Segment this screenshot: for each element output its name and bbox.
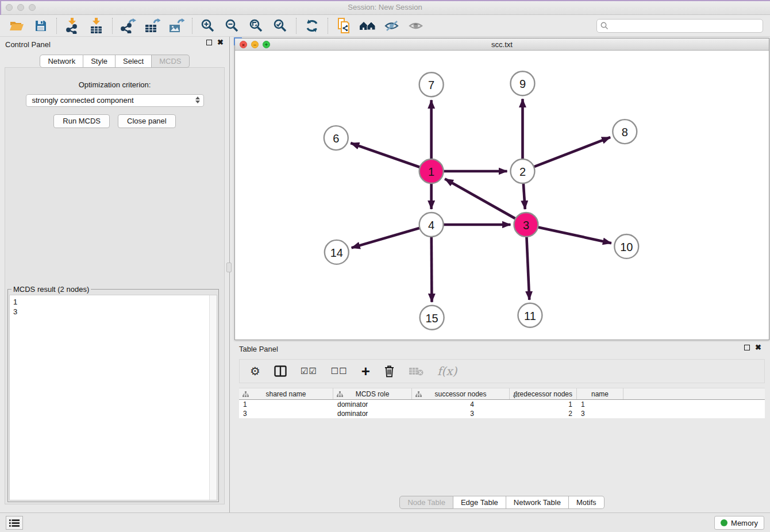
attribute-icon bbox=[337, 391, 343, 398]
close-table-panel-icon[interactable]: ✖ bbox=[755, 345, 761, 350]
zoom-fit-button[interactable] bbox=[244, 17, 268, 35]
application-window: Session: New Session bbox=[0, 0, 770, 532]
mcds-result-title: MCDS result (2 nodes) bbox=[11, 285, 91, 294]
optimization-criterion-label: Optimization criterion: bbox=[5, 80, 224, 89]
cell-predecessor-nodes[interactable]: 2 bbox=[510, 409, 577, 418]
graph-edge-2-3[interactable] bbox=[523, 182, 525, 209]
graph-edge-4-15[interactable] bbox=[432, 236, 432, 302]
export-table-icon bbox=[144, 18, 160, 33]
main-toolbar bbox=[0, 16, 770, 37]
list-icon bbox=[9, 519, 20, 527]
import-network-button[interactable] bbox=[60, 17, 84, 35]
refresh-button[interactable] bbox=[300, 17, 324, 35]
export-network-button[interactable] bbox=[116, 17, 140, 35]
tab-node-table[interactable]: Node Table bbox=[399, 496, 453, 509]
open-session-button[interactable] bbox=[5, 17, 29, 35]
cell-mcds-role[interactable]: dominator bbox=[333, 400, 412, 409]
table-panel-header: Table Panel ✖ bbox=[234, 342, 769, 357]
graph-node-label-1: 1 bbox=[428, 165, 434, 178]
tab-network[interactable]: Network bbox=[40, 55, 83, 68]
column-header-successor-nodes[interactable]: successor nodes bbox=[412, 388, 510, 399]
tab-motifs[interactable]: Motifs bbox=[569, 496, 605, 509]
clone-network-button[interactable] bbox=[332, 17, 356, 35]
cell-mcds-role[interactable]: dominator bbox=[333, 409, 412, 418]
tab-mcds[interactable]: MCDS bbox=[152, 55, 189, 68]
toolbar-separator bbox=[56, 18, 57, 34]
houses-icon bbox=[359, 19, 376, 33]
memory-button[interactable]: Memory bbox=[714, 516, 764, 530]
refresh-icon bbox=[305, 18, 319, 33]
deselect-all-rows-button[interactable]: ☐☐ bbox=[331, 363, 348, 380]
delete-row-button[interactable] bbox=[384, 363, 395, 380]
tab-style[interactable]: Style bbox=[83, 55, 116, 68]
close-panel-icon[interactable]: ✖ bbox=[217, 40, 224, 45]
function-builder-button[interactable]: f(x) bbox=[437, 363, 457, 380]
toolbar-separator bbox=[296, 18, 297, 34]
select-all-rows-button[interactable]: ☑☑ bbox=[301, 363, 317, 380]
import-table-icon bbox=[89, 18, 104, 34]
criterion-value: strongly connected component bbox=[32, 96, 134, 105]
tab-select[interactable]: Select bbox=[116, 55, 152, 68]
graph-edge-4-14[interactable] bbox=[352, 228, 421, 248]
cell-shared-name[interactable]: 1 bbox=[239, 400, 333, 409]
graph-edge-3-11[interactable] bbox=[526, 236, 529, 300]
save-session-button[interactable] bbox=[29, 17, 53, 35]
control-panel-header: Control Panel ✖ bbox=[0, 37, 229, 52]
graph-edge-3-1[interactable] bbox=[445, 179, 517, 219]
cell-successor-nodes[interactable]: 4 bbox=[412, 400, 510, 409]
export-image-button[interactable] bbox=[164, 17, 188, 35]
cell-shared-name[interactable]: 3 bbox=[239, 409, 333, 418]
criterion-select[interactable]: strongly connected component bbox=[26, 94, 204, 107]
float-panel-icon[interactable] bbox=[206, 40, 212, 45]
column-header-name[interactable]: name bbox=[577, 388, 623, 399]
column-header-shared-name[interactable]: shared name bbox=[239, 388, 333, 399]
search-input[interactable] bbox=[596, 19, 763, 33]
show-columns-button[interactable] bbox=[274, 363, 287, 380]
graph-edge-3-10[interactable] bbox=[537, 227, 611, 243]
run-mcds-button[interactable]: Run MCDS bbox=[53, 114, 110, 128]
table-row[interactable]: 1 dominator 4 1 1 bbox=[239, 400, 765, 409]
tab-network-table[interactable]: Network Table bbox=[506, 496, 569, 509]
column-header-mcds-role[interactable]: MCDS role bbox=[333, 388, 412, 399]
cell-successor-nodes[interactable]: 3 bbox=[412, 409, 510, 418]
zoom-in-button[interactable] bbox=[196, 17, 220, 35]
cell-predecessor-nodes[interactable]: 1 bbox=[510, 400, 577, 409]
network-window-title: scc.txt bbox=[235, 40, 769, 49]
trash-icon bbox=[384, 365, 395, 377]
close-panel-button[interactable]: Close panel bbox=[118, 114, 176, 128]
table-options-button[interactable]: ⚙ bbox=[250, 363, 260, 380]
cell-name[interactable]: 3 bbox=[577, 409, 623, 418]
panel-splitter-handle[interactable] bbox=[226, 263, 232, 272]
table-toolbar: ⚙ ☑☑ ☐☐ + bbox=[239, 359, 765, 383]
graph-node-label-4: 4 bbox=[428, 219, 434, 232]
tab-edge-table[interactable]: Edge Table bbox=[453, 496, 506, 509]
import-table-button[interactable] bbox=[84, 17, 109, 35]
first-neighbors-button[interactable] bbox=[356, 17, 380, 35]
add-row-button[interactable]: + bbox=[361, 363, 370, 380]
zoom-selected-button[interactable] bbox=[268, 17, 292, 35]
control-panel-tabs: Network Style Select MCDS bbox=[0, 55, 229, 68]
eye-icon bbox=[408, 19, 424, 33]
main-area: Control Panel ✖ Network Style Select MCD… bbox=[0, 37, 770, 512]
result-scrollbar[interactable] bbox=[209, 295, 217, 500]
cell-name[interactable]: 1 bbox=[577, 400, 623, 409]
task-history-button[interactable] bbox=[6, 516, 23, 530]
mcds-result-line: 3 bbox=[13, 307, 213, 317]
zoom-out-button[interactable] bbox=[220, 17, 244, 35]
delete-table-button[interactable] bbox=[409, 363, 424, 380]
graph-edge-1-6[interactable] bbox=[351, 143, 421, 168]
mcds-panel: Optimization criterion: strongly connect… bbox=[5, 67, 225, 504]
graph-edge-2-8[interactable] bbox=[533, 137, 610, 167]
mcds-result-textarea[interactable]: 1 3 bbox=[9, 295, 217, 500]
graph-node-label-6: 6 bbox=[333, 132, 339, 145]
graph-node-label-7: 7 bbox=[428, 79, 434, 91]
network-view-window: scc.txt 7968124314101511 bbox=[234, 38, 769, 340]
column-header-predecessor-nodes[interactable]: predecessor nodes bbox=[510, 388, 577, 399]
table-row[interactable]: 3 dominator 3 2 3 bbox=[239, 409, 765, 418]
network-graph[interactable]: 7968124314101511 bbox=[235, 51, 769, 340]
show-all-button[interactable] bbox=[404, 17, 428, 35]
export-table-button[interactable] bbox=[140, 17, 164, 35]
network-canvas[interactable]: 7968124314101511 bbox=[235, 51, 769, 340]
hide-selected-button[interactable] bbox=[380, 17, 404, 35]
float-table-panel-icon[interactable] bbox=[744, 345, 750, 350]
